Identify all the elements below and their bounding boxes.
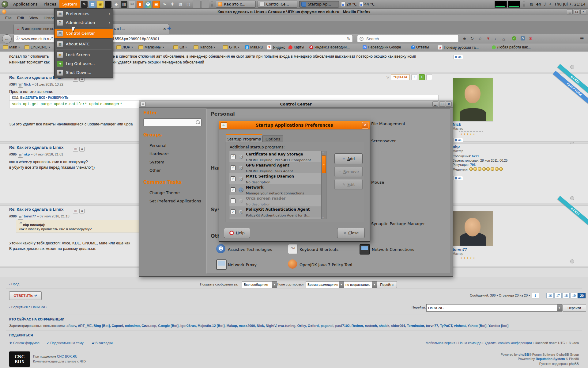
menu-item-lock-screen[interactable]: ◉ Lock Screen <box>55 50 113 59</box>
keyboard-shortcuts-icon[interactable]: Ctrl <box>288 244 298 254</box>
direction-select[interactable]: по возрастанию▼ <box>344 281 377 288</box>
calculator-launcher-icon[interactable]: ▦ <box>89 1 96 8</box>
system-monitor-launcher-icon[interactable]: ▥ <box>121 1 127 8</box>
online-users-list[interactable]: aftaev, ART_ME, Bing [Bot], Caponi, colo… <box>66 324 508 328</box>
cnc-box-logo[interactable]: CNCBOX <box>9 351 30 367</box>
blender-launcher-icon[interactable]: ❋ <box>169 1 176 8</box>
checkbox[interactable]: ✓ <box>231 154 236 159</box>
input-launcher-icon[interactable]: ▣ <box>153 1 160 8</box>
group-system[interactable]: System <box>149 160 164 164</box>
assistive-technologies-icon[interactable]: ☻ <box>216 244 225 253</box>
edit-button[interactable]: ✎ Edit <box>334 179 363 190</box>
filter-input[interactable] <box>143 118 202 126</box>
pocket-icon[interactable]: ▼ <box>486 36 490 41</box>
post-author-link[interactable]: nkp <box>24 152 30 156</box>
menu-item-control-center[interactable]: ▤ Control Center <box>55 29 113 38</box>
page-19[interactable]: 19 <box>570 293 578 298</box>
bookmark-yandex[interactable]: ЯЯндекс <box>267 45 285 50</box>
back-to-forum-link[interactable]: ‹ Вернуться в LinuxCNC <box>9 305 47 309</box>
bookmark-rocket[interactable]: ▲Почему русский та... <box>438 45 479 50</box>
item-network-proxy[interactable]: Network Proxy <box>228 263 257 267</box>
report-icon[interactable]: ▽ <box>386 75 389 79</box>
bookmark-folder-shops[interactable]: Магазины <box>138 45 164 49</box>
adblock-icon[interactable]: ✓ <box>512 36 516 40</box>
list-item[interactable]: ⚙ Orca screen readerNo description <box>229 195 321 206</box>
menu-file[interactable]: File <box>2 16 14 20</box>
bookmark-mailru[interactable]: @Mail.Ru <box>245 45 263 49</box>
profile-name-link[interactable]: Nick <box>453 122 461 127</box>
tab-close-icon[interactable]: ✕ <box>163 27 166 31</box>
page-18[interactable]: 18 <box>562 293 570 298</box>
scrollbar-thumb[interactable]: ≡ <box>322 155 326 173</box>
avatar[interactable] <box>453 78 493 121</box>
s-addon-icon[interactable]: S <box>529 36 532 41</box>
control-center-titlebar[interactable]: ▤ Control Center ▁ ▢ × <box>139 101 453 108</box>
group-other[interactable]: Other <box>149 168 161 173</box>
footer-links[interactable]: Мобильная версия • Наша команда • Удалит… <box>426 341 579 345</box>
list-item[interactable]: ✓ ⚙ PolicyKit Authentication AgentPolicy… <box>229 206 321 217</box>
places-menu[interactable]: Places <box>40 0 59 8</box>
maximize-button[interactable]: ▢ <box>574 9 579 14</box>
network-connections-icon[interactable] <box>360 244 370 255</box>
group-hardware[interactable]: Hardware <box>149 151 169 156</box>
bookmark-star-icon[interactable]: ☆ <box>478 36 482 41</box>
minimize-button[interactable]: ▁ <box>432 102 438 107</box>
rep-minus-button[interactable]: − <box>426 74 432 80</box>
bookmark-folder-ranobe[interactable]: Ranobe <box>194 45 215 49</box>
ghostery-icon[interactable]: G <box>521 36 525 40</box>
home-icon[interactable]: ⌂ <box>502 36 505 41</box>
jump-select[interactable]: LinuxCNC▼ <box>426 304 562 312</box>
bookmark-yandex-translate[interactable]: AЯндекс.Переводчи... <box>309 45 350 49</box>
menu-view[interactable]: View <box>27 16 41 20</box>
account-icon[interactable]: ☻ <box>462 36 467 41</box>
tab-options[interactable]: Options <box>262 135 283 142</box>
list-item[interactable]: ✓ ⚙ GPG Password AgentGNOME Keyring: GPG… <box>229 162 321 173</box>
pm-badge[interactable]: лс <box>453 138 463 142</box>
item-network-connections[interactable]: Network Connections <box>372 247 414 252</box>
item-synaptic[interactable]: Synaptic Package Manager <box>371 221 425 226</box>
bookmark-folder-git[interactable]: Git <box>173 45 187 49</box>
item-assistive-technologies[interactable]: Assistive Technologies <box>228 247 272 252</box>
checkbox[interactable]: ✓ <box>231 187 236 192</box>
reply-button[interactable]: ОТВЕТИТЬ↵ <box>9 291 42 300</box>
screenshot-tray-icon[interactable]: ⌖ <box>549 2 551 7</box>
bookmark-folder-lor[interactable]: ЛОР <box>116 45 133 49</box>
permalink-icon[interactable]: ◫ <box>73 209 78 213</box>
scroll-up-icon[interactable]: ▴ <box>322 151 324 154</box>
post-title-link[interactable]: Re: Как это сделать в Linux <box>9 145 63 150</box>
forum-list-link[interactable]: ❖ Список форумов <box>9 341 40 345</box>
webcam-launcher-icon[interactable]: ☻ <box>145 1 151 8</box>
close-button[interactable]: × <box>580 9 586 14</box>
task-set-preferred-apps[interactable]: Set Preferred Applications <box>149 199 201 203</box>
item-openjdk-policy-tool[interactable]: OpenJDK Java 7 Policy Tool <box>300 263 352 267</box>
maximize-button[interactable]: ▢ <box>439 102 445 107</box>
post-options-icon[interactable] <box>570 259 574 263</box>
wave-launcher-icon[interactable]: ∿ <box>161 1 168 8</box>
select-all-link[interactable]: ВЫДЕЛИТЬ ВСЁ <box>20 96 45 99</box>
info-icon[interactable]: ⓘ <box>16 36 20 41</box>
profile-name-link[interactable]: torvn77 <box>453 247 467 252</box>
mail-launcher-icon[interactable]: ✉ <box>129 1 135 8</box>
back-button[interactable]: ← <box>2 34 12 44</box>
page-20-current[interactable]: 20 <box>578 293 586 298</box>
downloads-icon[interactable]: ↓ <box>494 36 496 41</box>
sort-go-button[interactable]: Перейти <box>377 281 397 288</box>
permalink-icon[interactable]: ◫ <box>73 147 78 151</box>
search-bar[interactable] <box>357 35 459 42</box>
temp-applet-2[interactable]: 44 °C <box>359 2 375 7</box>
taskbar-firefox-window[interactable]: Как это с... <box>216 1 256 8</box>
wave-indicator-icon[interactable]: ▨ <box>530 2 533 6</box>
bookmark-otvety[interactable]: ?Ответы <box>411 45 429 49</box>
pluma-launcher-icon[interactable]: ✎ <box>81 1 88 8</box>
post-author-link[interactable]: torvn77 <box>24 214 36 218</box>
list-item[interactable]: ✓ ⚙ MATE Settings DaemonNo description <box>229 173 321 184</box>
new-tab-button[interactable]: ✚ <box>167 26 171 31</box>
show-select[interactable]: Все сообщения▼ <box>242 281 277 288</box>
pm-badge[interactable]: лс <box>453 55 463 59</box>
post-options-icon[interactable] <box>570 65 574 69</box>
page-17[interactable]: 17 <box>554 293 562 298</box>
tab-2-active[interactable]: ь в L... ✕ <box>111 24 169 34</box>
dialog-close-button[interactable]: ✕ <box>362 122 368 128</box>
menu-item-preferences[interactable]: ▤ Preferences› <box>55 9 113 18</box>
quote-button[interactable]: “ЦИТАТА <box>391 74 410 80</box>
